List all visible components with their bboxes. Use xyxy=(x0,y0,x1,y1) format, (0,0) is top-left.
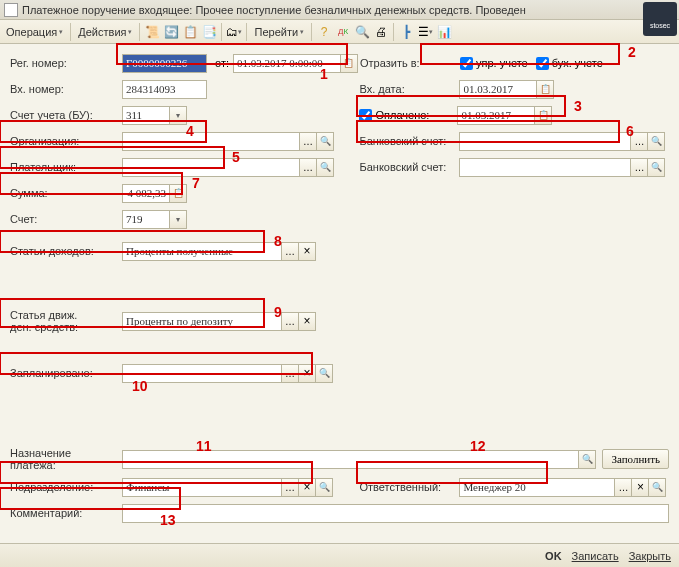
movement-item-select-icon[interactable] xyxy=(282,312,299,331)
operation-menu[interactable]: Операция▾ xyxy=(2,24,67,40)
bank-account2-field[interactable] xyxy=(459,158,631,177)
comment-field[interactable] xyxy=(122,504,669,523)
reflect-in-label: Отразить в: xyxy=(360,57,460,69)
go-label: Перейти xyxy=(254,26,298,38)
titlebar: Платежное поручение входящее: Прочее пос… xyxy=(0,0,679,20)
responsible-field[interactable] xyxy=(459,478,615,497)
go-menu[interactable]: Перейти▾ xyxy=(250,24,308,40)
paid-date-field[interactable] xyxy=(457,106,535,125)
organization-field[interactable] xyxy=(122,132,300,151)
mgmt-acct-label: упр. учете xyxy=(476,57,528,69)
save-link[interactable]: Записать xyxy=(572,550,619,562)
department-clear-icon[interactable] xyxy=(299,478,316,497)
department-label: Подразделение: xyxy=(10,481,122,493)
paid-checkbox[interactable] xyxy=(359,109,372,122)
fill-button[interactable]: Заполнить xyxy=(602,449,669,469)
save-icon[interactable]: 📋 xyxy=(181,23,199,41)
reg-num-label: Рег. номер: xyxy=(10,57,122,69)
from-date-field[interactable] xyxy=(233,54,341,73)
payer-select-icon[interactable] xyxy=(300,158,317,177)
form-body: Рег. номер: от: Отразить в: упр. учете б… xyxy=(0,44,679,542)
print-icon[interactable]: 🖨 xyxy=(372,23,390,41)
in-date-field[interactable] xyxy=(459,80,537,99)
organization-label: Организация: xyxy=(10,135,122,147)
movement-item-field[interactable] xyxy=(122,312,282,331)
planned-search-icon[interactable] xyxy=(316,364,333,383)
app-logo: stosec xyxy=(643,2,677,36)
list-icon[interactable]: ☰▾ xyxy=(416,23,434,41)
dk-icon[interactable]: ДК xyxy=(334,23,352,41)
from-date-calendar-icon[interactable] xyxy=(341,54,358,73)
planned-label: Запланировано: xyxy=(10,367,122,379)
reg-num-field[interactable] xyxy=(122,54,207,73)
paid-date-calendar-icon[interactable] xyxy=(535,106,552,125)
comment-label: Комментарий: xyxy=(10,507,122,519)
in-date-calendar-icon[interactable] xyxy=(537,80,554,99)
acct-acct-checkbox[interactable] xyxy=(536,57,549,70)
in-date-label: Вх. дата: xyxy=(359,83,459,95)
account-dropdown-icon[interactable] xyxy=(170,210,187,229)
post-icon[interactable]: 📜 xyxy=(143,23,161,41)
bank-account-field[interactable] xyxy=(459,132,631,151)
account-bu-field[interactable] xyxy=(122,106,170,125)
planned-field[interactable] xyxy=(122,364,282,383)
payer-label: Плательщик: xyxy=(10,161,122,173)
bank-account-search-icon[interactable] xyxy=(648,132,665,151)
payment-purpose-search-icon[interactable] xyxy=(579,450,596,469)
income-items-select-icon[interactable] xyxy=(282,242,299,261)
bank-account2-search-icon[interactable] xyxy=(648,158,665,177)
organization-select-icon[interactable] xyxy=(300,132,317,151)
refresh-icon[interactable]: 🔄 xyxy=(162,23,180,41)
post-doc-icon[interactable]: 📑 xyxy=(200,23,218,41)
bank-account-label: Банковский счет: xyxy=(359,135,459,147)
mgmt-acct-checkbox[interactable] xyxy=(460,57,473,70)
toolbar: Операция▾ Действия▾ 📜 🔄 📋 📑 🗂▾ Перейти▾ … xyxy=(0,20,679,44)
responsible-search-icon[interactable] xyxy=(649,478,666,497)
department-select-icon[interactable] xyxy=(282,478,299,497)
window-title: Платежное поручение входящее: Прочее пос… xyxy=(22,4,526,16)
income-items-field[interactable] xyxy=(122,242,282,261)
sum-calc-icon[interactable] xyxy=(170,184,187,203)
account-label: Счет: xyxy=(10,213,122,225)
responsible-label: Ответственный: xyxy=(359,481,459,493)
payment-purpose-label: Назначение платежа: xyxy=(10,447,122,471)
payer-field[interactable] xyxy=(122,158,300,177)
responsible-clear-icon[interactable] xyxy=(632,478,649,497)
account-field[interactable] xyxy=(122,210,170,229)
planned-select-icon[interactable] xyxy=(282,364,299,383)
department-field[interactable] xyxy=(122,478,282,497)
bank-account-select-icon[interactable] xyxy=(631,132,648,151)
operation-label: Операция xyxy=(6,26,57,38)
account-bu-label: Счет учета (БУ): xyxy=(10,109,122,121)
department-search-icon[interactable] xyxy=(316,478,333,497)
payment-purpose-field[interactable] xyxy=(122,450,579,469)
search-icon[interactable]: 🔍 xyxy=(353,23,371,41)
in-num-label: Вх. номер: xyxy=(10,83,122,95)
from-label: от: xyxy=(215,57,229,69)
help-icon[interactable]: ? xyxy=(315,23,333,41)
income-items-clear-icon[interactable] xyxy=(299,242,316,261)
actions-menu[interactable]: Действия▾ xyxy=(74,24,136,40)
income-items-label: Статьи доходов: xyxy=(10,245,122,257)
bank-account2-select-icon[interactable] xyxy=(631,158,648,177)
document-icon xyxy=(4,3,18,17)
organization-search-icon[interactable] xyxy=(317,132,334,151)
movement-item-clear-icon[interactable] xyxy=(299,312,316,331)
close-link[interactable]: Закрыть xyxy=(629,550,671,562)
payer-search-icon[interactable] xyxy=(317,158,334,177)
tree-icon[interactable]: ┣ xyxy=(397,23,415,41)
movement-item-label: Статья движ. ден. средств: xyxy=(10,309,122,333)
account-bu-dropdown-icon[interactable] xyxy=(170,106,187,125)
bottombar: OK Записать Закрыть xyxy=(0,543,679,567)
report-icon[interactable]: 📊 xyxy=(435,23,453,41)
acct-acct-label: бух. учете xyxy=(552,57,603,69)
sum-label: Сумма: xyxy=(10,187,122,199)
ok-button[interactable]: OK xyxy=(545,550,562,562)
sum-field[interactable] xyxy=(122,184,170,203)
structure-icon[interactable]: 🗂▾ xyxy=(225,23,243,41)
paid-label: Оплачено: xyxy=(375,109,457,121)
responsible-select-icon[interactable] xyxy=(615,478,632,497)
planned-clear-icon[interactable] xyxy=(299,364,316,383)
in-num-field[interactable] xyxy=(122,80,207,99)
actions-label: Действия xyxy=(78,26,126,38)
